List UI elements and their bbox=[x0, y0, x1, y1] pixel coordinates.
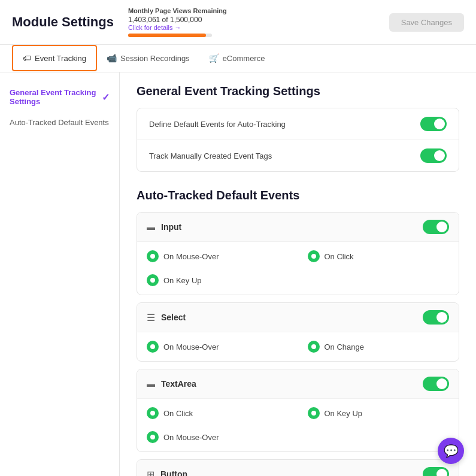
select-mouse-over-option: On Mouse-Over bbox=[137, 335, 298, 359]
textarea-event-header: ▬ TextArea bbox=[137, 369, 459, 399]
input-event-block: ▬ Input On Mouse-Over On Cli bbox=[137, 212, 459, 295]
select-event-header-left: ☰ Select bbox=[147, 312, 186, 323]
input-icon: ▬ bbox=[147, 222, 155, 232]
tabs-bar: 🏷 Event Tracking 📹 Session Recordings 🛒 … bbox=[0, 45, 476, 72]
textarea-on-click-option: On Click bbox=[137, 401, 298, 425]
module-title: Module Settings bbox=[12, 14, 114, 30]
select-on-change-radio[interactable] bbox=[308, 341, 320, 353]
select-event-header: ☰ Select bbox=[137, 303, 459, 332]
input-on-click-radio[interactable] bbox=[308, 250, 320, 262]
input-event-header-left: ▬ Input bbox=[147, 222, 181, 232]
textarea-event-header-left: ▬ TextArea bbox=[147, 379, 196, 389]
general-settings-section: General Event Tracking Settings Define D… bbox=[137, 84, 459, 172]
page-views-info: Monthly Page Views Remaining 1,403,061 o… bbox=[128, 7, 227, 37]
auto-tracked-title: Auto-Tracked Default Events bbox=[137, 189, 459, 202]
input-event-name: Input bbox=[161, 222, 181, 232]
button-event-name: Button bbox=[160, 469, 187, 476]
sidebar-item-general[interactable]: General Event Tracking Settings ✓ bbox=[0, 82, 119, 112]
check-icon: ✓ bbox=[102, 92, 110, 103]
select-on-change-option: On Change bbox=[298, 335, 459, 359]
progress-bar-fill bbox=[128, 34, 206, 37]
define-defaults-label: Define Default Events for Auto-Tracking bbox=[149, 120, 286, 129]
textarea-key-up-radio[interactable] bbox=[308, 407, 320, 419]
textarea-toggle[interactable] bbox=[423, 377, 449, 391]
button-icon: ⊞ bbox=[147, 469, 154, 477]
input-on-click-option: On Click bbox=[298, 244, 459, 268]
textarea-mouse-over-option: On Mouse-Over bbox=[137, 425, 298, 449]
auto-tracked-section: Auto-Tracked Default Events ▬ Input bbox=[137, 189, 459, 476]
button-event-block: ⊞ Button bbox=[137, 459, 459, 476]
chat-button[interactable]: 💬 bbox=[438, 438, 464, 464]
textarea-key-up-option: On Key Up bbox=[298, 401, 459, 425]
input-key-up-radio[interactable] bbox=[147, 274, 159, 286]
select-toggle[interactable] bbox=[423, 310, 449, 325]
main-layout: General Event Tracking Settings ✓ Auto-T… bbox=[0, 72, 476, 476]
event-tracking-icon: 🏷 bbox=[23, 53, 31, 63]
app-header: Module Settings Monthly Page Views Remai… bbox=[0, 0, 476, 45]
chat-icon: 💬 bbox=[444, 444, 459, 458]
main-content: General Event Tracking Settings Define D… bbox=[120, 72, 476, 476]
page-views-label: Monthly Page Views Remaining bbox=[128, 7, 227, 14]
input-mouse-over-option: On Mouse-Over bbox=[137, 244, 298, 268]
textarea-mouse-over-radio[interactable] bbox=[147, 431, 159, 443]
button-event-header: ⊞ Button bbox=[137, 460, 459, 476]
click-details-link[interactable]: Click for details → bbox=[128, 24, 227, 31]
tab-ecommerce[interactable]: 🛒 eCommerce bbox=[199, 46, 275, 71]
general-settings-card: Define Default Events for Auto-Tracking … bbox=[137, 108, 459, 172]
tab-event-tracking[interactable]: 🏷 Event Tracking bbox=[12, 45, 97, 71]
input-mouse-over-radio[interactable] bbox=[147, 250, 159, 262]
define-defaults-toggle[interactable] bbox=[420, 117, 447, 131]
textarea-icon: ▬ bbox=[147, 379, 155, 389]
input-options: On Mouse-Over On Click On Key Up bbox=[137, 242, 459, 295]
select-event-name: Select bbox=[161, 313, 186, 322]
input-key-up-option: On Key Up bbox=[137, 268, 298, 292]
define-defaults-row: Define Default Events for Auto-Tracking bbox=[137, 108, 459, 140]
textarea-on-click-radio[interactable] bbox=[147, 407, 159, 419]
session-recordings-icon: 📹 bbox=[107, 53, 117, 63]
select-options: On Mouse-Over On Change bbox=[137, 332, 459, 361]
save-changes-button[interactable]: Save Changes bbox=[389, 13, 464, 32]
select-event-block: ☰ Select On Mouse-Over On Ch bbox=[137, 302, 459, 362]
tab-session-recordings[interactable]: 📹 Session Recordings bbox=[97, 46, 199, 71]
textarea-options: On Click On Key Up On Mouse-Over bbox=[137, 399, 459, 451]
general-section-title: General Event Tracking Settings bbox=[137, 84, 459, 98]
track-manually-label: Track Manually Created Event Tags bbox=[149, 151, 272, 160]
track-manually-row: Track Manually Created Event Tags bbox=[137, 140, 459, 171]
ecommerce-icon: 🛒 bbox=[209, 53, 219, 63]
track-manually-toggle[interactable] bbox=[420, 148, 447, 163]
button-event-header-left: ⊞ Button bbox=[147, 469, 187, 477]
sidebar: General Event Tracking Settings ✓ Auto-T… bbox=[0, 72, 120, 476]
select-icon: ☰ bbox=[147, 312, 155, 323]
sidebar-item-auto-tracked[interactable]: Auto-Tracked Default Events bbox=[0, 112, 119, 133]
textarea-event-block: ▬ TextArea On Click On Key U bbox=[137, 369, 459, 452]
page-views-count: 1,403,061 of 1,500,000 bbox=[128, 16, 227, 24]
input-event-header: ▬ Input bbox=[137, 213, 459, 242]
textarea-event-name: TextArea bbox=[161, 379, 196, 389]
select-mouse-over-radio[interactable] bbox=[147, 341, 159, 353]
progress-bar-container bbox=[128, 34, 212, 37]
button-toggle[interactable] bbox=[423, 467, 449, 476]
input-toggle[interactable] bbox=[423, 220, 449, 234]
